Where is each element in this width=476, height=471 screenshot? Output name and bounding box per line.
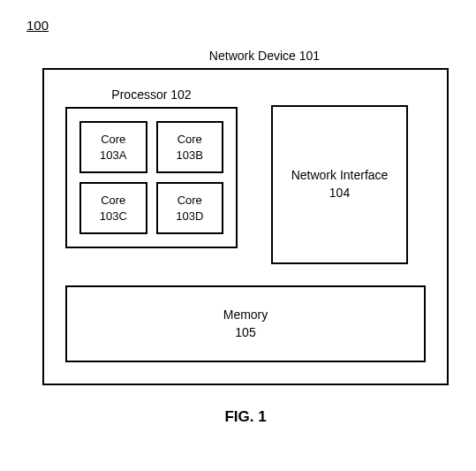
core-name: Core — [101, 194, 125, 207]
figure-caption: FIG. 1 — [42, 408, 449, 426]
memory-box: Memory 105 — [65, 285, 426, 362]
core-id: 103A — [100, 148, 126, 162]
memory-id: 105 — [235, 325, 255, 339]
processor-label: Processor 102 — [65, 87, 238, 102]
network-interface-id: 104 — [329, 185, 350, 202]
memory-name: Memory — [223, 308, 268, 322]
core-box: Core 103C — [79, 182, 147, 234]
figure-reference-number: 100 — [26, 18, 450, 33]
core-grid: Core 103A Core 103B Core 103C Core 103D — [79, 121, 223, 234]
network-device-box: Processor 102 Core 103A Core 103B Core 1… — [42, 68, 449, 385]
core-id: 103D — [176, 209, 203, 223]
core-box: Core 103D — [156, 182, 224, 234]
network-device-label: Network Device 101 — [79, 49, 450, 63]
top-row: Processor 102 Core 103A Core 103B Core 1… — [65, 87, 426, 264]
core-name: Core — [101, 133, 125, 146]
core-id: 103C — [100, 209, 127, 223]
network-interface-box: Network Interface 104 — [271, 105, 408, 264]
core-name: Core — [178, 194, 202, 207]
processor-section: Processor 102 Core 103A Core 103B Core 1… — [65, 87, 238, 248]
core-name: Core — [178, 133, 202, 146]
processor-box: Core 103A Core 103B Core 103C Core 103D — [65, 107, 238, 248]
core-box: Core 103A — [79, 121, 147, 173]
core-id: 103B — [177, 148, 203, 162]
core-box: Core 103B — [156, 121, 224, 173]
network-interface-name: Network Interface — [291, 167, 389, 185]
